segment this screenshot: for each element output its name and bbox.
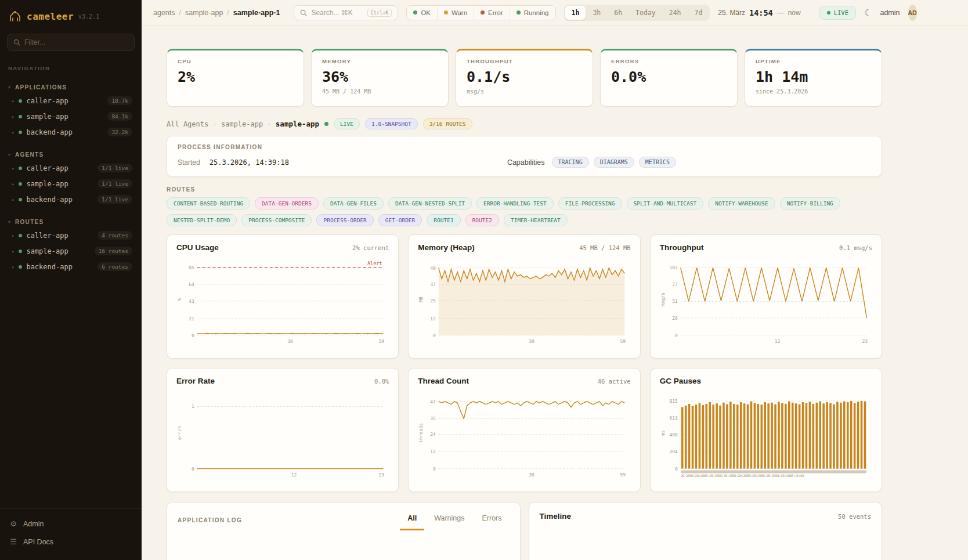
- live-badge[interactable]: LIVE: [819, 6, 856, 20]
- range-button-6h[interactable]: 6h: [608, 6, 629, 20]
- log-tab-errors[interactable]: Errors: [474, 510, 509, 530]
- sidebar-item-applications-caller-app[interactable]: ▸caller-app10.7k: [0, 93, 142, 109]
- chart-card-cpu-usage: CPU Usage2% current021436485%Alert3059: [167, 234, 399, 359]
- section-header-agents[interactable]: ▾AGENTS: [0, 149, 142, 160]
- section-header-applications[interactable]: ▾APPLICATIONS: [0, 82, 142, 93]
- agent-crumb-0[interactable]: All Agents: [167, 120, 208, 128]
- route-tag-data-gen-files[interactable]: DATA-GEN-FILES: [323, 197, 384, 209]
- log-tab-warnings[interactable]: Warnings: [427, 510, 472, 530]
- route-tag-process-order[interactable]: PROCESS-ORDER: [316, 214, 373, 226]
- svg-text:43: 43: [189, 299, 194, 304]
- breadcrumb-sample-app[interactable]: sample-app: [185, 9, 223, 17]
- sidebar-item-api-docs[interactable]: ☰ API Docs: [9, 534, 132, 550]
- dark-mode-toggle-icon[interactable]: ☾: [864, 8, 872, 18]
- section-header-routes[interactable]: ▾ROUTES: [0, 216, 142, 227]
- sidebar-item-routes-caller-app[interactable]: ▸caller-app4 routes: [0, 227, 142, 243]
- app-logo[interactable]: cameleer v3.2.1: [0, 0, 142, 28]
- agent-crumb-1[interactable]: sample-app: [221, 120, 263, 128]
- route-tag-nested-split-demo[interactable]: NESTED-SPLIT-DEMO: [167, 214, 237, 226]
- sidebar-item-agents-sample-app[interactable]: ▸sample-app1/1 live: [0, 176, 142, 192]
- svg-text:26: 26: [672, 316, 678, 321]
- sidebar-item-admin[interactable]: ⚙ Admin: [9, 516, 132, 532]
- avatar[interactable]: AD: [908, 5, 917, 21]
- filter-ok[interactable]: OK: [407, 6, 438, 20]
- nav-section-applications: ▾APPLICATIONS▸caller-app10.7k▸sample-app…: [0, 82, 142, 140]
- chart-scrollbar[interactable]: [680, 471, 866, 474]
- chart-current-value: 46 active: [598, 378, 631, 385]
- global-search[interactable]: Search... ⌘K Ctrl+K: [294, 5, 398, 20]
- route-tag-timer-heartbeat[interactable]: TIMER-HEARTBEAT: [504, 214, 568, 226]
- route-tag-route1[interactable]: ROUTE1: [427, 214, 460, 226]
- route-tag-split-and-multicast[interactable]: SPLIT-AND-MULTICAST: [627, 197, 704, 209]
- sidebar-item-applications-backend-app[interactable]: ▸backend-app32.2k: [0, 124, 142, 140]
- stat-value: 0.1/s: [467, 68, 582, 85]
- chevron-down-icon: ▾: [8, 219, 10, 225]
- route-tag-file-processing[interactable]: FILE-PROCESSING: [558, 197, 622, 209]
- filter-input[interactable]: [24, 38, 128, 46]
- status-dot: [19, 265, 22, 269]
- filter-error[interactable]: Error: [474, 6, 510, 20]
- route-tag-get-order[interactable]: GET-ORDER: [378, 214, 422, 226]
- timeline-event-count: 50 events: [838, 513, 871, 520]
- route-tag-route2[interactable]: ROUTE2: [465, 214, 499, 226]
- svg-text:12: 12: [431, 316, 436, 321]
- time-range-label[interactable]: 25. März 14:54 — now: [718, 8, 800, 17]
- filter-label: OK: [421, 9, 431, 16]
- svg-text:%: %: [177, 298, 182, 301]
- route-tag-process-composite[interactable]: PROCESS-COMPOSITE: [241, 214, 312, 226]
- svg-text:611: 611: [669, 416, 678, 421]
- svg-text:51: 51: [672, 299, 678, 304]
- chart-card-memory-heap: Memory (Heap)45 MB / 124 MB012253749MB30…: [408, 234, 640, 359]
- sidebar-item-routes-sample-app[interactable]: ▸sample-app16 routes: [0, 243, 142, 259]
- range-button-today[interactable]: Today: [629, 6, 662, 20]
- item-badge: 1/1 live: [97, 179, 132, 188]
- route-tag-notify-warehouse[interactable]: NOTIFY-WAREHOUSE: [708, 197, 775, 209]
- stat-card-throughput: THROUGHPUT0.1/smsg/s: [456, 49, 593, 107]
- svg-text:30: 30: [529, 472, 535, 478]
- log-tab-group: AllWarningsErrors: [400, 510, 509, 530]
- process-info-title: PROCESS INFORMATION: [178, 144, 871, 150]
- range-button-24h[interactable]: 24h: [663, 6, 688, 20]
- filter-warn[interactable]: Warn: [438, 6, 474, 20]
- item-label: caller-app: [26, 97, 68, 105]
- range-button-7d[interactable]: 7d: [688, 6, 709, 20]
- svg-text:23: 23: [378, 472, 384, 478]
- capability-pill-metrics: METRICS: [639, 157, 676, 168]
- svg-text:25: 25: [431, 298, 436, 304]
- sidebar-item-agents-backend-app[interactable]: ▸backend-app1/1 live: [0, 192, 142, 207]
- route-tag-error-handling-test[interactable]: ERROR-HANDLING-TEST: [476, 197, 554, 209]
- stat-label: ERRORS: [611, 58, 727, 64]
- sidebar-item-applications-sample-app[interactable]: ▸sample-app84.1k: [0, 109, 142, 124]
- filter-label: Running: [524, 9, 549, 16]
- status-dot: [19, 99, 22, 103]
- process-info-row: Started 25.3.2026, 14:39:18 Capabilities…: [178, 157, 871, 168]
- item-label: sample-app: [26, 113, 68, 121]
- route-tag-notify-billing[interactable]: NOTIFY-BILLING: [780, 197, 840, 209]
- chart-title: Memory (Heap): [418, 243, 475, 252]
- status-dot: [413, 10, 417, 15]
- chart-canvas: 012243547threads3059: [418, 390, 630, 479]
- api-docs-label: API Docs: [23, 538, 53, 546]
- breadcrumb: agents/sample-app/sample-app-1: [153, 9, 280, 17]
- svg-text:30: 30: [529, 339, 535, 344]
- sidebar: cameleer v3.2.1 NAVIGATION ▾APPLICATIONS…: [0, 0, 142, 560]
- process-information-card: PROCESS INFORMATION Started 25.3.2026, 1…: [167, 136, 882, 177]
- route-tag-content-based-routing[interactable]: CONTENT-BASED-ROUTING: [167, 197, 250, 209]
- svg-text:MB: MB: [418, 297, 424, 302]
- range-button-3h[interactable]: 3h: [586, 6, 607, 20]
- filter-running[interactable]: Running: [510, 6, 555, 20]
- sidebar-item-agents-caller-app[interactable]: ▸caller-app1/1 live: [0, 160, 142, 176]
- log-tab-all[interactable]: All: [400, 510, 424, 530]
- svg-text:Alert: Alert: [367, 261, 382, 266]
- search-icon: [300, 9, 307, 16]
- route-tag-data-gen-nested-split[interactable]: DATA-GEN-NESTED-SPLIT: [388, 197, 472, 209]
- filter-label: Warn: [452, 9, 467, 16]
- item-label: sample-app: [26, 247, 68, 255]
- range-button-1h[interactable]: 1h: [565, 6, 586, 20]
- log-title: APPLICATION LOG: [178, 517, 242, 523]
- username: admin: [880, 9, 900, 17]
- svg-text:msg/s: msg/s: [660, 292, 666, 306]
- sidebar-item-routes-backend-app[interactable]: ▸backend-app6 routes: [0, 259, 142, 274]
- breadcrumb-agents[interactable]: agents: [153, 9, 175, 17]
- route-tag-data-gen-orders[interactable]: DATA-GEN-ORDERS: [255, 197, 319, 209]
